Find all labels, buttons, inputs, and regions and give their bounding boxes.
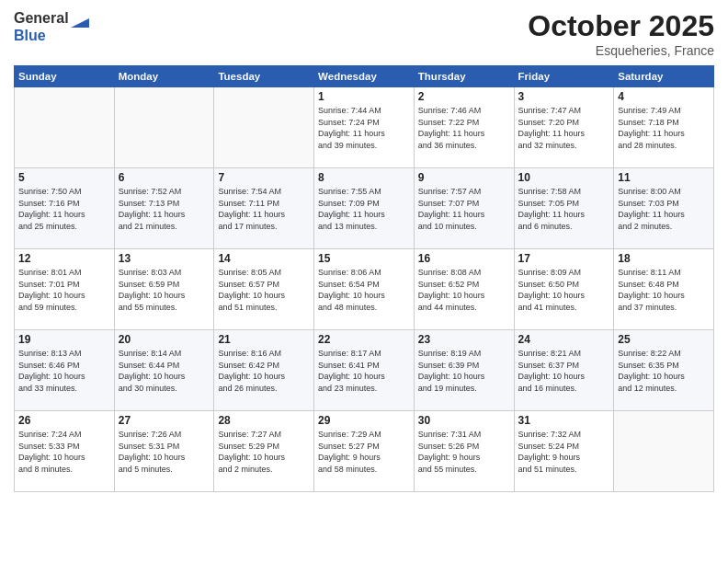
day-info-line: Sunrise: 7:24 AM — [18, 429, 110, 441]
day-info-line: Daylight: 11 hours — [518, 128, 610, 140]
day-info-line: Sunset: 6:54 PM — [318, 279, 410, 291]
day-info-line: Daylight: 11 hours — [119, 209, 210, 221]
day-info-line: Sunset: 5:26 PM — [418, 441, 510, 453]
day-cell: 8Sunrise: 7:55 AMSunset: 7:09 PMDaylight… — [314, 168, 415, 249]
day-info-line: Daylight: 11 hours — [218, 209, 310, 221]
title-block: October 2025 Esqueheries, France — [528, 9, 714, 58]
day-cell: 25Sunrise: 8:22 AMSunset: 6:35 PMDayligh… — [614, 330, 714, 411]
day-info-line: Daylight: 9 hours — [418, 452, 510, 464]
day-info-line: Sunset: 5:27 PM — [318, 441, 410, 453]
day-info-line: Sunrise: 7:58 AM — [518, 186, 610, 198]
col-tuesday: Tuesday — [214, 66, 314, 87]
day-number: 21 — [218, 333, 310, 346]
day-info-line: and 28 minutes. — [618, 140, 710, 152]
day-info-line: Sunset: 5:31 PM — [119, 441, 210, 453]
day-info-line: Sunrise: 7:31 AM — [418, 429, 510, 441]
day-cell — [15, 87, 115, 168]
day-cell: 16Sunrise: 8:08 AMSunset: 6:52 PMDayligh… — [414, 249, 514, 330]
day-number: 4 — [618, 90, 710, 103]
week-row-2: 12Sunrise: 8:01 AMSunset: 7:01 PMDayligh… — [15, 249, 714, 330]
day-info-line: and 37 minutes. — [618, 302, 710, 314]
day-info-line: Daylight: 10 hours — [318, 290, 410, 302]
day-info-line: Sunset: 6:42 PM — [218, 360, 310, 372]
day-info-line: Sunset: 6:35 PM — [618, 360, 710, 372]
week-row-4: 26Sunrise: 7:24 AMSunset: 5:33 PMDayligh… — [15, 411, 714, 492]
day-info-line: and 2 minutes. — [618, 221, 710, 233]
day-info-line: and 26 minutes. — [218, 383, 310, 395]
day-number: 24 — [518, 333, 610, 346]
location: Esqueheries, France — [528, 43, 714, 58]
day-info-line: Daylight: 10 hours — [18, 452, 110, 464]
day-info-line: Sunrise: 7:46 AM — [418, 105, 510, 117]
day-info-line: Daylight: 10 hours — [218, 452, 310, 464]
day-cell: 5Sunrise: 7:50 AMSunset: 7:16 PMDaylight… — [15, 168, 115, 249]
day-info-line: and 21 minutes. — [119, 221, 210, 233]
logo-general: General — [14, 10, 69, 27]
day-number: 20 — [119, 333, 210, 346]
day-info-line: Sunrise: 8:16 AM — [218, 348, 310, 360]
day-info-line: Sunrise: 8:05 AM — [218, 267, 310, 279]
day-info-line: Sunset: 5:33 PM — [18, 441, 110, 453]
day-info-line: Sunrise: 8:19 AM — [418, 348, 510, 360]
day-info-line: Daylight: 10 hours — [418, 290, 510, 302]
day-info-line: Sunrise: 8:14 AM — [119, 348, 210, 360]
month-title: October 2025 — [528, 9, 714, 43]
day-cell — [114, 87, 214, 168]
day-cell: 3Sunrise: 7:47 AMSunset: 7:20 PMDaylight… — [514, 87, 614, 168]
day-info-line: Daylight: 10 hours — [119, 452, 210, 464]
day-number: 5 — [18, 171, 110, 184]
day-info-line: Sunrise: 8:00 AM — [618, 186, 710, 198]
calendar-body: 1Sunrise: 7:44 AMSunset: 7:24 PMDaylight… — [15, 87, 714, 492]
calendar-table: Sunday Monday Tuesday Wednesday Thursday… — [14, 65, 714, 492]
day-info-line: and 48 minutes. — [318, 302, 410, 314]
day-info-line: Sunset: 7:11 PM — [218, 198, 310, 210]
day-number: 3 — [518, 90, 610, 103]
logo-text: General Blue — [14, 9, 89, 44]
weekday-row: Sunday Monday Tuesday Wednesday Thursday… — [15, 66, 714, 87]
day-info-line: Sunset: 6:57 PM — [218, 279, 310, 291]
day-cell — [614, 411, 714, 492]
day-cell: 30Sunrise: 7:31 AMSunset: 5:26 PMDayligh… — [414, 411, 514, 492]
day-cell: 13Sunrise: 8:03 AMSunset: 6:59 PMDayligh… — [114, 249, 214, 330]
day-number: 1 — [318, 90, 410, 103]
col-friday: Friday — [514, 66, 614, 87]
day-number: 12 — [18, 252, 110, 265]
day-info-line: Daylight: 11 hours — [318, 128, 410, 140]
day-info-line: Sunrise: 8:06 AM — [318, 267, 410, 279]
day-info-line: Sunrise: 7:47 AM — [518, 105, 610, 117]
day-cell — [214, 87, 314, 168]
day-info-line: Daylight: 11 hours — [18, 209, 110, 221]
day-info-line: Sunset: 6:48 PM — [618, 279, 710, 291]
day-info-line: Daylight: 10 hours — [218, 371, 310, 383]
day-cell: 27Sunrise: 7:26 AMSunset: 5:31 PMDayligh… — [114, 411, 214, 492]
day-info-line: Sunrise: 7:32 AM — [518, 429, 610, 441]
day-info-line: Daylight: 10 hours — [119, 371, 210, 383]
day-cell: 22Sunrise: 8:17 AMSunset: 6:41 PMDayligh… — [314, 330, 415, 411]
day-info-line: Daylight: 10 hours — [618, 371, 710, 383]
day-number: 31 — [518, 414, 610, 427]
week-row-1: 5Sunrise: 7:50 AMSunset: 7:16 PMDaylight… — [15, 168, 714, 249]
day-cell: 9Sunrise: 7:57 AMSunset: 7:07 PMDaylight… — [414, 168, 514, 249]
day-info-line: and 16 minutes. — [518, 383, 610, 395]
day-info-line: Sunrise: 8:03 AM — [119, 267, 210, 279]
day-number: 28 — [218, 414, 310, 427]
day-info-line: Sunset: 7:01 PM — [18, 279, 110, 291]
week-row-0: 1Sunrise: 7:44 AMSunset: 7:24 PMDaylight… — [15, 87, 714, 168]
day-info-line: Daylight: 11 hours — [518, 209, 610, 221]
day-number: 9 — [418, 171, 510, 184]
day-info-line: Sunrise: 8:11 AM — [618, 267, 710, 279]
day-info-line: Sunrise: 8:01 AM — [18, 267, 110, 279]
day-info-line: Daylight: 10 hours — [18, 290, 110, 302]
day-cell: 11Sunrise: 8:00 AMSunset: 7:03 PMDayligh… — [614, 168, 714, 249]
svg-marker-0 — [71, 18, 89, 28]
day-info-line: and 32 minutes. — [518, 140, 610, 152]
day-cell: 20Sunrise: 8:14 AMSunset: 6:44 PMDayligh… — [114, 330, 214, 411]
day-info-line: Sunrise: 8:09 AM — [518, 267, 610, 279]
day-cell: 23Sunrise: 8:19 AMSunset: 6:39 PMDayligh… — [414, 330, 514, 411]
day-info-line: Daylight: 10 hours — [518, 290, 610, 302]
day-number: 29 — [318, 414, 410, 427]
day-cell: 7Sunrise: 7:54 AMSunset: 7:11 PMDaylight… — [214, 168, 314, 249]
day-info-line: Sunset: 7:07 PM — [418, 198, 510, 210]
day-info-line: and 30 minutes. — [119, 383, 210, 395]
day-info-line: and 41 minutes. — [518, 302, 610, 314]
